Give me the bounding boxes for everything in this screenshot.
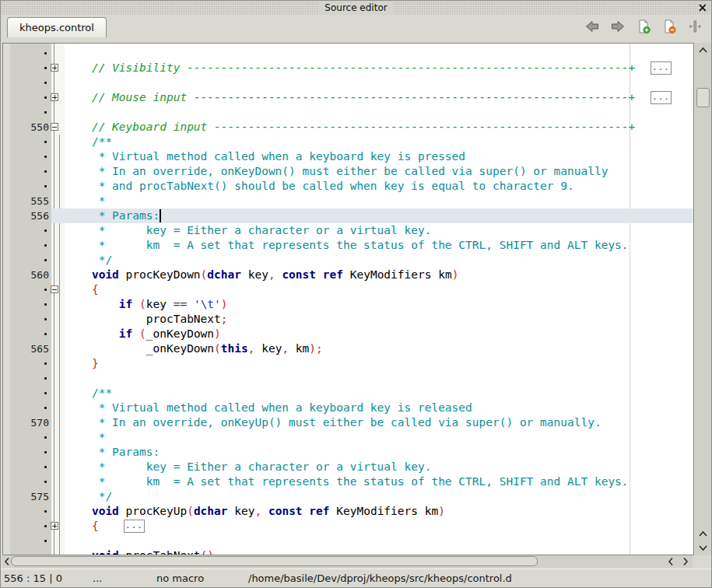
code-line: if (key == '\t') <box>65 297 228 312</box>
code-line: void procKeyUp(dchar key, const ref KeyM… <box>65 504 445 519</box>
go-back-button[interactable] <box>584 18 601 35</box>
line-marker-dot <box>44 362 47 365</box>
line-marker-dot <box>44 451 47 453</box>
scroll-down-icon[interactable] <box>695 541 711 554</box>
go-forward-button[interactable] <box>609 18 626 35</box>
code-line: // Mouse input -------------------------… <box>65 90 635 105</box>
code-line: // Visibility --------------------------… <box>65 61 635 75</box>
line-marker-dot <box>44 156 47 158</box>
file-path: /home/basile/Dev/dproj/kheops/src/kheops… <box>248 569 512 588</box>
code-line: * Virtual method called when a keyboard … <box>65 149 465 164</box>
fold-toggle[interactable] <box>51 64 58 72</box>
code-line: * Virtual method called when a keyboard … <box>65 401 472 415</box>
code-line: procTabNext; <box>65 312 228 327</box>
line-marker-dot <box>44 407 47 409</box>
scroll-left-right-icon[interactable] <box>663 555 678 568</box>
scroll-right-icon[interactable] <box>678 555 693 568</box>
scroll-up-bottom-icon[interactable] <box>695 527 711 540</box>
line-marker-dot <box>44 111 47 114</box>
editor-toolbar <box>579 18 703 35</box>
line-marker-dot <box>44 67 47 69</box>
text-caret <box>160 209 161 222</box>
scroll-left-icon[interactable] <box>2 555 11 568</box>
close-document-button[interactable] <box>661 18 678 35</box>
fold-toggle[interactable] <box>51 285 58 293</box>
fold-guide-line <box>54 44 54 555</box>
fold-toggle[interactable] <box>51 93 58 101</box>
line-marker-dot <box>44 525 47 527</box>
line-number: 555 <box>10 194 51 208</box>
code-line: if (_onKeyDown) <box>65 327 221 341</box>
line-marker-dot <box>44 259 47 261</box>
line-number: 575 <box>10 489 51 504</box>
macro-state: no macro <box>156 569 204 588</box>
code-line: { <box>65 519 99 534</box>
line-marker-dot <box>44 481 47 483</box>
split-editor-button[interactable] <box>686 18 703 35</box>
code-line: * Params: <box>65 445 160 460</box>
fold-guide-line <box>59 135 60 555</box>
code-line: * In an override, onKeyDown() must eithe… <box>65 164 608 179</box>
line-marker-dot <box>44 303 47 306</box>
line-number: 570 <box>10 415 51 430</box>
horizontal-scrollbar[interactable] <box>2 555 711 568</box>
vertical-scrollbar-thumb[interactable] <box>696 88 710 107</box>
code-line: * <box>65 430 105 445</box>
fold-ellipsis-box[interactable]: ... <box>651 91 672 104</box>
code-area[interactable]: // Visibility --------------------------… <box>3 44 693 555</box>
line-marker-dot <box>44 540 47 542</box>
tab-toolbar-row: kheops.control <box>1 15 711 38</box>
code-line: * <box>65 194 105 208</box>
status-dots: ... <box>93 569 102 588</box>
line-marker-dot <box>44 52 47 54</box>
new-document-button[interactable] <box>635 18 652 35</box>
fold-toggle[interactable] <box>51 123 58 131</box>
line-number: 565 <box>10 341 51 356</box>
close-icon[interactable]: × <box>697 1 707 15</box>
code-line: * km = A set that represents the status … <box>65 238 629 253</box>
code-line: * key = Either a character or a virtual … <box>65 460 431 474</box>
line-number: 560 <box>10 268 51 282</box>
fold-toggle[interactable] <box>51 522 58 530</box>
line-marker-dot <box>44 436 47 439</box>
line-marker-dot <box>44 392 47 394</box>
code-line: /** <box>65 386 112 401</box>
code-line: void procKeyDown(dchar key, const ref Ke… <box>65 268 458 282</box>
editor-frame: // Visibility --------------------------… <box>2 43 694 555</box>
code-line: } <box>65 356 99 371</box>
vertical-scrollbar[interactable] <box>695 43 711 555</box>
fold-ellipsis-box[interactable]: ... <box>651 61 672 75</box>
line-marker-dot <box>44 466 47 468</box>
code-line: /** <box>65 135 112 149</box>
line-marker-dot <box>44 141 47 143</box>
statusbar: 556 : 15 | 0 ... no macro /home/basile/D… <box>1 569 711 588</box>
line-marker-dot <box>44 96 47 99</box>
code-line: * km = A set that represents the status … <box>65 474 629 489</box>
line-marker-dot <box>44 229 47 232</box>
tab-kheops-control[interactable]: kheops.control <box>7 17 107 37</box>
titlebar[interactable]: Source editor × <box>1 1 711 15</box>
line-marker-dot <box>44 185 47 187</box>
scroll-up-icon[interactable] <box>695 44 711 55</box>
line-marker-dot <box>44 377 47 380</box>
fold-ellipsis-box[interactable]: ... <box>124 520 145 533</box>
line-marker-dot <box>44 510 47 513</box>
line-marker-dot <box>44 82 47 84</box>
line-marker-dot <box>44 289 47 291</box>
horizontal-scrollbar-thumb[interactable] <box>11 556 538 566</box>
code-line: * and procTabNext() should be called whe… <box>65 179 574 194</box>
window-title: Source editor <box>318 2 393 14</box>
code-line: */ <box>65 489 112 504</box>
code-line: { <box>65 282 99 297</box>
code-line: * In an override, onKeyUp() must either … <box>65 415 602 430</box>
line-marker-dot <box>44 170 47 173</box>
code-line: _onKeyDown(this, key, km); <box>65 341 323 356</box>
line-number: 556 <box>10 208 51 223</box>
line-marker-dot <box>44 318 47 320</box>
code-line: * Params: <box>65 208 160 223</box>
caret-position: 556 : 15 | 0 <box>4 569 62 588</box>
code-line: void procTabNext() <box>65 548 214 555</box>
code-line: */ <box>65 253 112 268</box>
line-number: 550 <box>10 120 51 135</box>
code-line: // Keyboard input ----------------------… <box>65 120 635 135</box>
